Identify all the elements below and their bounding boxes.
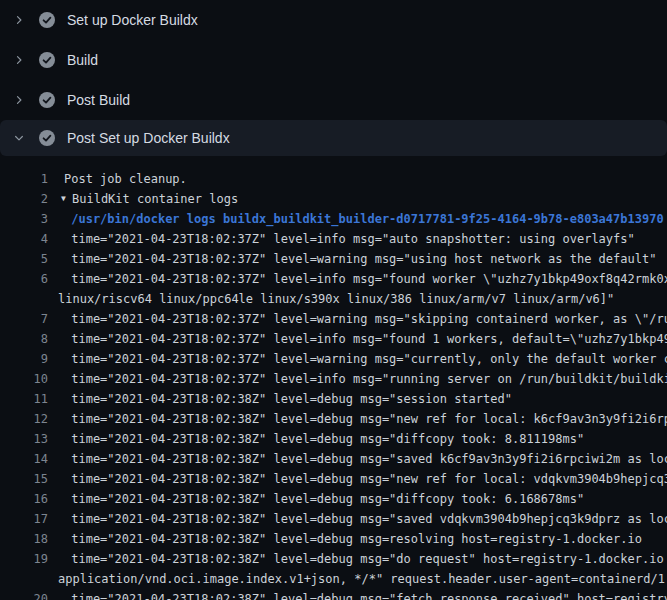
log-line-8: 8 time="2021-04-23T18:02:37Z" level=info… xyxy=(0,329,667,349)
step-label: Build xyxy=(67,50,98,70)
log-line-number[interactable]: 5 xyxy=(0,249,48,269)
log-line-text: time="2021-04-23T18:02:37Z" level=info m… xyxy=(64,269,667,289)
log-line-9: 9 time="2021-04-23T18:02:37Z" level=warn… xyxy=(0,349,667,369)
log-line-number[interactable]: 2 xyxy=(0,189,48,209)
step-header-build[interactable]: Build xyxy=(0,40,667,80)
step-label: Post Set up Docker Buildx xyxy=(67,128,230,148)
log-line-12: 12 time="2021-04-23T18:02:38Z" level=deb… xyxy=(0,409,667,429)
log-line-number[interactable]: 9 xyxy=(0,349,48,369)
log-line-11: 11 time="2021-04-23T18:02:38Z" level=deb… xyxy=(0,389,667,409)
chevron-right-icon[interactable] xyxy=(12,13,26,27)
log-line-text: time="2021-04-23T18:02:38Z" level=debug … xyxy=(64,389,512,409)
log-line-number[interactable]: 19 xyxy=(0,549,48,569)
log-line-text: BuildKit container logs xyxy=(72,189,238,209)
log-line-text: time="2021-04-23T18:02:38Z" level=debug … xyxy=(64,449,667,469)
log-line-number[interactable]: 12 xyxy=(0,409,48,429)
chevron-right-icon[interactable] xyxy=(12,93,26,107)
log-line-number[interactable]: 6 xyxy=(0,269,48,289)
log-line-text: time="2021-04-23T18:02:37Z" level=warnin… xyxy=(64,309,667,329)
log-line-text: time="2021-04-23T18:02:38Z" level=debug … xyxy=(64,489,584,509)
log-line-number xyxy=(0,569,48,589)
log-output: 1 Post job cleanup. 2 ▼ BuildKit contain… xyxy=(0,169,667,600)
log-line-number[interactable]: 20 xyxy=(0,589,48,600)
actions-log-viewer: Set up Docker Buildx Build P xyxy=(0,0,667,600)
log-line-text: application/vnd.oci.image.index.v1+json,… xyxy=(58,569,667,589)
log-line-text: time="2021-04-23T18:02:37Z" level=warnin… xyxy=(64,249,656,269)
log-line-text: time="2021-04-23T18:02:37Z" level=info m… xyxy=(64,229,635,249)
log-line-cont-6: linux/riscv64 linux/ppc64le linux/s390x … xyxy=(0,289,667,309)
check-circle-icon xyxy=(39,52,55,68)
log-line-text: time="2021-04-23T18:02:37Z" level=info m… xyxy=(64,369,667,389)
log-line-text: time="2021-04-23T18:02:38Z" level=debug … xyxy=(64,469,667,489)
log-line-text: time="2021-04-23T18:02:37Z" level=info m… xyxy=(64,329,667,349)
log-line-20: 20 time="2021-04-23T18:02:38Z" level=deb… xyxy=(0,589,667,600)
log-line-6: 6 time="2021-04-23T18:02:37Z" level=info… xyxy=(0,269,667,289)
log-line-number[interactable]: 17 xyxy=(0,509,48,529)
step-label: Post Build xyxy=(67,90,130,110)
log-line-text: /usr/bin/docker logs buildx_buildkit_bui… xyxy=(64,209,664,229)
step-header-post-build[interactable]: Post Build xyxy=(0,80,667,120)
log-line-1: 1 Post job cleanup. xyxy=(0,169,667,189)
log-line-16: 16 time="2021-04-23T18:02:38Z" level=deb… xyxy=(0,489,667,509)
check-circle-icon xyxy=(39,92,55,108)
step-label: Set up Docker Buildx xyxy=(67,10,198,30)
group-toggle-triangle-icon[interactable]: ▼ xyxy=(61,189,70,209)
log-line-14: 14 time="2021-04-23T18:02:38Z" level=deb… xyxy=(0,449,667,469)
step-header-post-set-up-docker-buildx[interactable]: Post Set up Docker Buildx xyxy=(0,120,667,156)
log-line-15: 15 time="2021-04-23T18:02:38Z" level=deb… xyxy=(0,469,667,489)
log-line-number[interactable]: 8 xyxy=(0,329,48,349)
steps-list: Set up Docker Buildx Build P xyxy=(0,0,667,156)
log-line-text: linux/riscv64 linux/ppc64le linux/s390x … xyxy=(58,289,614,309)
check-circle-icon xyxy=(39,130,55,146)
log-line-19: 19 time="2021-04-23T18:02:38Z" level=deb… xyxy=(0,549,667,569)
log-line-number[interactable]: 4 xyxy=(0,229,48,249)
log-line-number[interactable]: 10 xyxy=(0,369,48,389)
log-line-number[interactable]: 11 xyxy=(0,389,48,409)
log-line-number xyxy=(0,289,48,309)
log-line-number[interactable]: 3 xyxy=(0,209,48,229)
log-line-number[interactable]: 18 xyxy=(0,529,48,549)
log-line-text: time="2021-04-23T18:02:38Z" level=debug … xyxy=(64,589,667,600)
log-line-number[interactable]: 13 xyxy=(0,429,48,449)
check-circle-icon xyxy=(39,12,55,28)
log-line-18: 18 time="2021-04-23T18:02:38Z" level=deb… xyxy=(0,529,667,549)
log-line-text: Post job cleanup. xyxy=(64,169,187,189)
log-line-10: 10 time="2021-04-23T18:02:37Z" level=inf… xyxy=(0,369,667,389)
log-line-text: time="2021-04-23T18:02:37Z" level=warnin… xyxy=(64,349,667,369)
log-line-text: time="2021-04-23T18:02:38Z" level=debug … xyxy=(64,549,667,569)
log-line-text: time="2021-04-23T18:02:38Z" level=debug … xyxy=(64,529,642,549)
log-line-5: 5 time="2021-04-23T18:02:37Z" level=warn… xyxy=(0,249,667,269)
log-line-7: 7 time="2021-04-23T18:02:37Z" level=warn… xyxy=(0,309,667,329)
log-line-cont-20: application/vnd.oci.image.index.v1+json,… xyxy=(0,569,667,589)
log-line-number[interactable]: 15 xyxy=(0,469,48,489)
log-line-text: time="2021-04-23T18:02:38Z" level=debug … xyxy=(64,429,584,449)
chevron-down-icon[interactable] xyxy=(12,131,26,145)
log-line-3: 3 /usr/bin/docker logs buildx_buildkit_b… xyxy=(0,209,667,229)
log-line-13: 13 time="2021-04-23T18:02:38Z" level=deb… xyxy=(0,429,667,449)
log-line-17: 17 time="2021-04-23T18:02:38Z" level=deb… xyxy=(0,509,667,529)
log-line-text: time="2021-04-23T18:02:38Z" level=debug … xyxy=(64,409,667,429)
log-line-number[interactable]: 16 xyxy=(0,489,48,509)
log-line-2: 2 ▼ BuildKit container logs xyxy=(0,189,667,209)
step-header-set-up-docker-buildx[interactable]: Set up Docker Buildx xyxy=(0,0,667,40)
log-line-4: 4 time="2021-04-23T18:02:37Z" level=info… xyxy=(0,229,667,249)
log-line-number[interactable]: 7 xyxy=(0,309,48,329)
log-line-number[interactable]: 1 xyxy=(0,169,48,189)
log-line-text: time="2021-04-23T18:02:38Z" level=debug … xyxy=(64,509,667,529)
log-line-number[interactable]: 14 xyxy=(0,449,48,469)
chevron-right-icon[interactable] xyxy=(12,53,26,67)
